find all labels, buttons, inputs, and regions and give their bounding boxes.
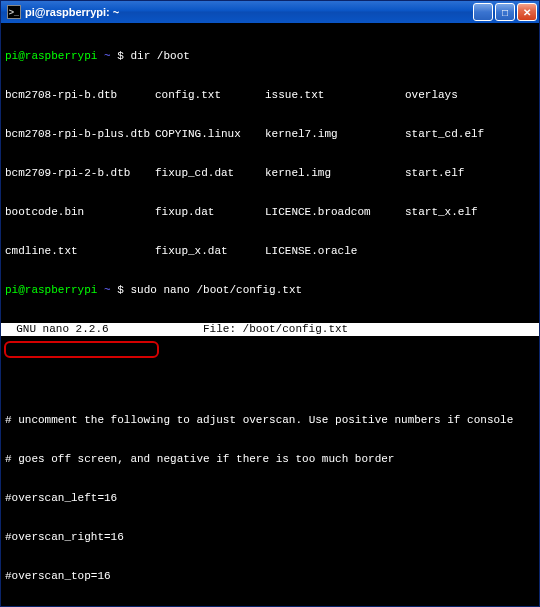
command-sudo-nano: sudo nano /boot/config.txt: [130, 284, 302, 297]
prompt-line-2: pi@raspberrypi ~ $ sudo nano /boot/confi…: [5, 284, 535, 297]
dir-row: bcm2708-rpi-b.dtbconfig.txtissue.txtover…: [5, 89, 535, 102]
config-line: #overscan_top=16: [5, 570, 535, 583]
terminal-window: >_ pi@raspberrypi: ~ _ □ ✕ pi@raspberryp…: [0, 0, 540, 607]
app-icon: >_: [7, 5, 21, 19]
config-line: # uncomment the following to adjust over…: [5, 414, 535, 427]
close-button[interactable]: ✕: [517, 3, 537, 21]
dir-row: bcm2709-rpi-2-b.dtbfixup_cd.datkernel.im…: [5, 167, 535, 180]
window-title: pi@raspberrypi: ~: [25, 6, 473, 18]
nano-file-label: File: /boot/config.txt: [203, 323, 537, 336]
config-line: #overscan_right=16: [5, 531, 535, 544]
prompt-path: ~: [104, 50, 111, 63]
maximize-button[interactable]: □: [495, 3, 515, 21]
nano-version: GNU nano 2.2.6: [3, 323, 203, 336]
prompt-user: pi@raspberrypi: [5, 50, 97, 63]
command-dir: dir /boot: [130, 50, 189, 63]
terminal-content[interactable]: pi@raspberrypi ~ $ dir /boot bcm2708-rpi…: [1, 23, 539, 606]
minimize-button[interactable]: _: [473, 3, 493, 21]
nano-header: GNU nano 2.2.6 File: /boot/config.txt: [1, 323, 539, 336]
dir-row: bootcode.binfixup.datLICENCE.broadcomsta…: [5, 206, 535, 219]
dir-row: cmdline.txtfixup_x.datLICENSE.oracle: [5, 245, 535, 258]
config-line: # goes off screen, and negative if there…: [5, 453, 535, 466]
prompt-line-1: pi@raspberrypi ~ $ dir /boot: [5, 50, 535, 63]
titlebar[interactable]: >_ pi@raspberrypi: ~ _ □ ✕: [1, 1, 539, 23]
window-controls: _ □ ✕: [473, 3, 537, 21]
config-line: #overscan_left=16: [5, 492, 535, 505]
dir-row: bcm2708-rpi-b-plus.dtbCOPYING.linuxkerne…: [5, 128, 535, 141]
